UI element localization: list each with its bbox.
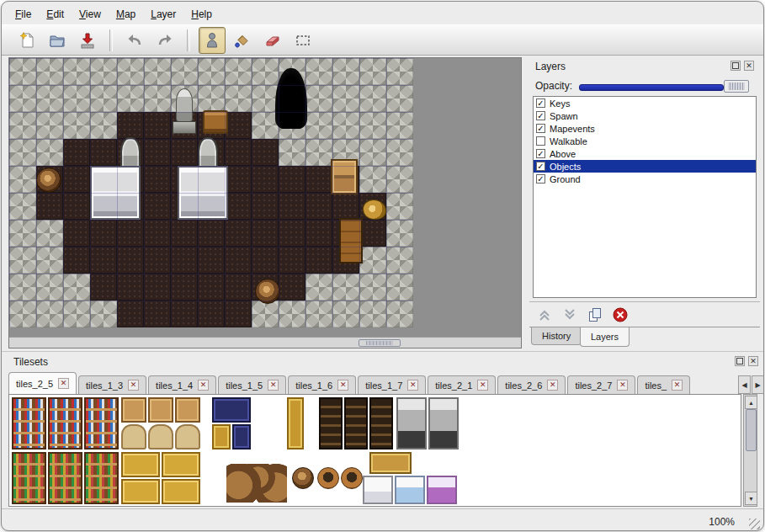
- save-button[interactable]: [74, 27, 101, 54]
- tab-close-icon[interactable]: ✕: [672, 380, 683, 391]
- map-tile[interactable]: [305, 85, 332, 112]
- map-tile[interactable]: [386, 166, 413, 193]
- map-tile[interactable]: [63, 85, 90, 112]
- map-tile[interactable]: [171, 58, 198, 85]
- map-tile[interactable]: [252, 166, 279, 193]
- map-tile[interactable]: [386, 58, 413, 85]
- map-tile[interactable]: [90, 301, 117, 327]
- tileset-item-crate[interactable]: [148, 397, 173, 423]
- map-tile[interactable]: [63, 139, 90, 166]
- map-tile[interactable]: [225, 274, 252, 301]
- tileset-item-pot[interactable]: [317, 467, 339, 489]
- menu-help[interactable]: Help: [184, 6, 219, 23]
- layer-row-walkable[interactable]: Walkable: [534, 135, 756, 147]
- tileset-item-barrel-group[interactable]: [226, 464, 287, 503]
- map-tile[interactable]: [36, 58, 63, 85]
- map-tile[interactable]: [171, 247, 198, 274]
- fill-tool-button[interactable]: [229, 27, 256, 54]
- map-tile[interactable]: [36, 193, 63, 220]
- tileset-item-gold-crate[interactable]: [162, 479, 200, 504]
- tileset-item-bench[interactable]: [369, 452, 412, 474]
- tileset-item-navy-crate[interactable]: [232, 424, 251, 450]
- menu-map[interactable]: Map: [109, 6, 142, 23]
- map-tile[interactable]: [305, 193, 332, 220]
- map-object-altar[interactable]: [90, 166, 141, 220]
- tab-close-icon[interactable]: ✕: [407, 380, 418, 391]
- map-tile[interactable]: [359, 58, 386, 85]
- map-tile[interactable]: [9, 274, 36, 301]
- map-tile[interactable]: [359, 139, 386, 166]
- map-tile[interactable]: [279, 220, 305, 247]
- map-tile[interactable]: [63, 220, 90, 247]
- redo-button[interactable]: [151, 27, 178, 54]
- map-tile[interactable]: [144, 85, 171, 112]
- menu-view[interactable]: View: [72, 6, 108, 23]
- tileset-item-navy-crate[interactable]: [212, 397, 251, 423]
- eraser-tool-button[interactable]: [259, 27, 286, 54]
- layer-checkbox[interactable]: [536, 136, 545, 146]
- map-object-table[interactable]: [203, 110, 228, 134]
- map-tile[interactable]: [252, 193, 279, 220]
- map-tile[interactable]: [279, 274, 305, 301]
- map-tile[interactable]: [117, 274, 144, 301]
- layer-row-above[interactable]: ✓Above: [534, 147, 756, 160]
- tileset-item-bed-blue[interactable]: [395, 476, 425, 504]
- map-tile[interactable]: [279, 166, 305, 193]
- layer-checkbox[interactable]: ✓: [536, 111, 545, 120]
- tileset-canvas[interactable]: [8, 394, 741, 507]
- tab-close-icon[interactable]: ✕: [268, 380, 279, 391]
- map-tile[interactable]: [171, 139, 198, 166]
- layer-checkbox[interactable]: ✓: [536, 124, 545, 133]
- map-tile[interactable]: [90, 247, 117, 274]
- map-tile[interactable]: [305, 301, 332, 327]
- map-tile[interactable]: [332, 58, 359, 85]
- map-tile[interactable]: [9, 166, 36, 193]
- tilesets-float-button[interactable]: [735, 356, 745, 366]
- map-tile[interactable]: [36, 139, 63, 166]
- map-tile[interactable]: [225, 166, 252, 193]
- horizontal-scrollbar-thumb[interactable]: [359, 339, 401, 347]
- map-tile[interactable]: [9, 247, 36, 274]
- map-tile[interactable]: [225, 85, 252, 112]
- map-tile[interactable]: [144, 220, 171, 247]
- map-tile[interactable]: [9, 112, 36, 139]
- delete-layer-button[interactable]: [612, 306, 629, 323]
- map-tile[interactable]: [386, 112, 413, 139]
- map-tile[interactable]: [63, 58, 90, 85]
- undo-button[interactable]: [121, 27, 148, 54]
- vertical-scrollbar-thumb[interactable]: [746, 409, 757, 451]
- tileset-item-shelf[interactable]: [84, 397, 119, 450]
- tileset-tab-tiles[interactable]: tiles_✕: [637, 375, 690, 395]
- map-tile[interactable]: [386, 193, 413, 220]
- tab-close-icon[interactable]: ✕: [547, 380, 558, 391]
- map-tile[interactable]: [9, 58, 36, 85]
- map-tile[interactable]: [359, 274, 386, 301]
- map-tile[interactable]: [144, 274, 171, 301]
- map-tile[interactable]: [117, 112, 144, 139]
- map-tile[interactable]: [225, 58, 252, 85]
- layer-checkbox[interactable]: ✓: [536, 162, 545, 171]
- map-tile[interactable]: [90, 220, 117, 247]
- map-tile[interactable]: [332, 112, 359, 139]
- tileset-item-gold-panel[interactable]: [212, 424, 231, 450]
- map-tile[interactable]: [252, 58, 279, 85]
- dock-tab-history[interactable]: History: [531, 327, 582, 345]
- tileset-tab-tiles_2_6[interactable]: tiles_2_6✕: [497, 375, 566, 395]
- move-layer-up-button[interactable]: [536, 306, 553, 323]
- tab-close-icon[interactable]: ✕: [477, 380, 488, 391]
- map-tile[interactable]: [359, 166, 386, 193]
- map-tile[interactable]: [225, 112, 252, 139]
- map-canvas[interactable]: [9, 58, 413, 327]
- map-object-gravestone[interactable]: [120, 137, 141, 169]
- map-tile[interactable]: [171, 274, 198, 301]
- map-tile[interactable]: [90, 139, 117, 166]
- tileset-item-sack[interactable]: [175, 424, 200, 450]
- map-tile[interactable]: [63, 301, 90, 327]
- map-tile[interactable]: [36, 274, 63, 301]
- move-layer-down-button[interactable]: [561, 306, 578, 323]
- map-tile[interactable]: [386, 274, 413, 301]
- map-tile[interactable]: [279, 193, 305, 220]
- layer-list[interactable]: ✓Keys✓Spawn✓MapeventsWalkable✓Above✓Obje…: [533, 96, 757, 298]
- map-tile[interactable]: [332, 274, 359, 301]
- map-tile[interactable]: [386, 247, 413, 274]
